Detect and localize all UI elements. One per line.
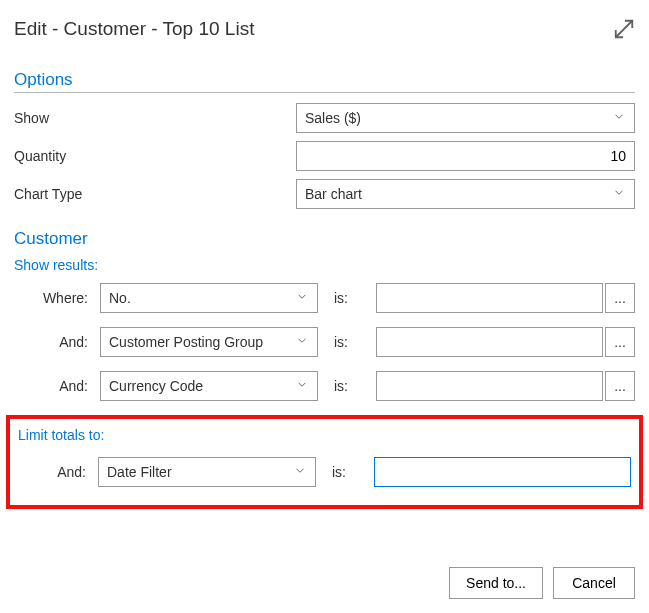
filter-field-select[interactable]: Currency Code (100, 371, 318, 401)
show-results-label: Show results: (14, 257, 635, 273)
and-label: And: (14, 378, 100, 394)
where-label: Where: (14, 290, 100, 306)
filter-value-input[interactable] (376, 327, 603, 357)
quantity-input[interactable] (296, 141, 635, 171)
chart-type-select[interactable]: Bar chart (296, 179, 635, 209)
is-label: is: (334, 290, 376, 306)
expand-icon[interactable] (613, 18, 635, 40)
show-value: Sales ($) (305, 110, 361, 126)
lookup-button[interactable]: ... (605, 327, 635, 357)
limit-totals-highlight: Limit totals to: And: Date Filter is: (6, 415, 643, 509)
and-label: And: (14, 334, 100, 350)
is-label: is: (334, 334, 376, 350)
quantity-label: Quantity (14, 148, 296, 164)
limit-field-value: Date Filter (107, 464, 172, 480)
show-select[interactable]: Sales ($) (296, 103, 635, 133)
customer-heading: Customer (14, 229, 635, 249)
send-to-button[interactable]: Send to... (449, 567, 543, 599)
chevron-down-icon (293, 464, 307, 481)
filter-field-select[interactable]: No. (100, 283, 318, 313)
page-title: Edit - Customer - Top 10 List (14, 18, 254, 40)
divider (14, 92, 635, 93)
chevron-down-icon (295, 378, 309, 395)
chevron-down-icon (295, 290, 309, 307)
limit-totals-heading: Limit totals to: (18, 427, 633, 443)
is-label: is: (332, 464, 374, 480)
chevron-down-icon (612, 110, 626, 127)
filter-field-select[interactable]: Customer Posting Group (100, 327, 318, 357)
filter-field-value: No. (109, 290, 131, 306)
chevron-down-icon (612, 186, 626, 203)
cancel-button[interactable]: Cancel (553, 567, 635, 599)
options-heading: Options (14, 70, 635, 90)
lookup-button[interactable]: ... (605, 371, 635, 401)
filter-field-value: Customer Posting Group (109, 334, 263, 350)
chart-type-label: Chart Type (14, 186, 296, 202)
limit-value-input[interactable] (374, 457, 631, 487)
chart-type-value: Bar chart (305, 186, 362, 202)
filter-field-value: Currency Code (109, 378, 203, 394)
limit-field-select[interactable]: Date Filter (98, 457, 316, 487)
filter-value-input[interactable] (376, 283, 603, 313)
lookup-button[interactable]: ... (605, 283, 635, 313)
is-label: is: (334, 378, 376, 394)
filter-value-input[interactable] (376, 371, 603, 401)
show-label: Show (14, 110, 296, 126)
and-label: And: (16, 464, 98, 480)
chevron-down-icon (295, 334, 309, 351)
